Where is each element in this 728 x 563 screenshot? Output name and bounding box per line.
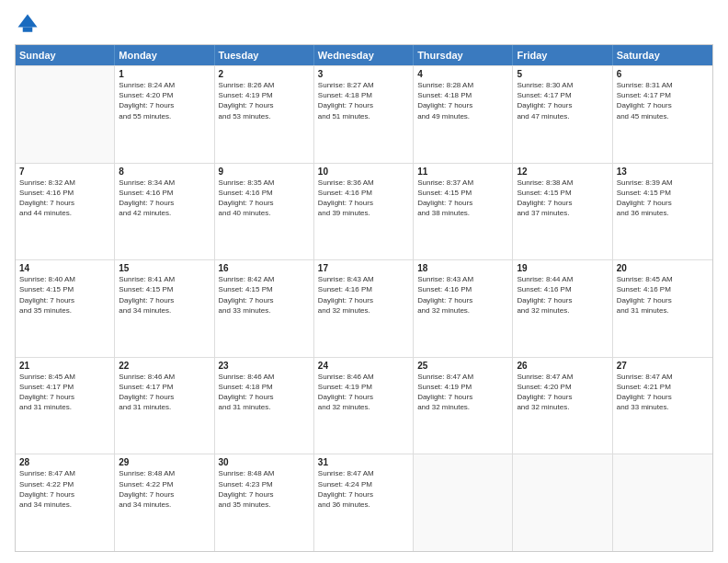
cell-text: Sunset: 4:17 PM (19, 382, 110, 392)
day-number: 29 (119, 457, 210, 467)
calendar-cell: 14Sunrise: 8:40 AMSunset: 4:15 PMDayligh… (16, 260, 115, 357)
cell-text: Sunset: 4:18 PM (417, 90, 508, 100)
calendar-cell: 6Sunrise: 8:31 AMSunset: 4:17 PMDaylight… (613, 66, 712, 163)
day-number: 11 (417, 167, 508, 177)
day-number: 22 (119, 361, 210, 371)
cell-text: Sunrise: 8:32 AM (19, 178, 110, 188)
calendar-cell: 13Sunrise: 8:39 AMSunset: 4:15 PMDayligh… (613, 164, 712, 260)
day-number: 27 (617, 361, 709, 371)
cell-text: Daylight: 7 hours (19, 198, 110, 208)
cell-text: Daylight: 7 hours (119, 392, 210, 402)
cell-text: Sunrise: 8:35 AM (219, 178, 310, 188)
cell-text: Sunrise: 8:28 AM (417, 80, 508, 90)
calendar-cell: 12Sunrise: 8:38 AMSunset: 4:15 PMDayligh… (513, 164, 612, 260)
cell-text: and 34 minutes. (119, 305, 210, 316)
cell-text: Sunset: 4:15 PM (119, 284, 210, 294)
cell-text: Sunrise: 8:46 AM (119, 372, 210, 382)
calendar-cell: 20Sunrise: 8:45 AMSunset: 4:16 PMDayligh… (613, 260, 712, 357)
day-number: 5 (517, 69, 608, 79)
day-number: 7 (19, 167, 110, 177)
cell-text: Sunrise: 8:45 AM (617, 274, 709, 284)
svg-rect-1 (23, 28, 33, 32)
calendar-row: 7Sunrise: 8:32 AMSunset: 4:16 PMDaylight… (16, 163, 712, 260)
day-number: 18 (417, 263, 508, 273)
day-number: 14 (19, 263, 110, 273)
cell-text: Daylight: 7 hours (19, 489, 110, 500)
day-number: 25 (417, 361, 508, 371)
cell-text: Sunset: 4:24 PM (318, 479, 409, 489)
cell-text: and 42 minutes. (119, 208, 210, 218)
cell-text: Daylight: 7 hours (318, 295, 409, 305)
day-number: 28 (19, 457, 110, 467)
cell-text: and 33 minutes. (219, 305, 310, 316)
cell-text: Sunset: 4:15 PM (517, 188, 608, 198)
cell-text: Sunrise: 8:44 AM (517, 274, 608, 284)
day-number: 13 (617, 167, 709, 177)
cell-text: and 39 minutes. (318, 208, 409, 218)
day-number: 21 (19, 361, 110, 371)
cell-text: and 47 minutes. (517, 111, 608, 121)
cell-text: and 51 minutes. (318, 111, 409, 121)
calendar-cell: 10Sunrise: 8:36 AMSunset: 4:16 PMDayligh… (314, 164, 414, 260)
cell-text: and 49 minutes. (417, 111, 508, 121)
cell-text: and 31 minutes. (119, 402, 210, 412)
cell-text: Sunrise: 8:31 AM (617, 80, 709, 90)
cell-text: Sunset: 4:19 PM (219, 90, 310, 100)
day-number: 12 (517, 167, 608, 177)
cell-text: Sunset: 4:17 PM (617, 90, 709, 100)
cell-text: and 32 minutes. (417, 402, 508, 412)
cell-text: and 32 minutes. (517, 305, 608, 316)
cell-text: Sunset: 4:16 PM (417, 284, 508, 294)
cell-text: Daylight: 7 hours (417, 100, 508, 110)
cell-text: Sunrise: 8:47 AM (517, 372, 608, 382)
cell-text: and 53 minutes. (219, 111, 310, 121)
cell-text: Daylight: 7 hours (617, 100, 709, 110)
cell-text: and 34 minutes. (119, 500, 210, 510)
day-number: 30 (219, 457, 310, 467)
calendar-header-cell: Monday (115, 45, 214, 65)
cell-text: Sunrise: 8:39 AM (617, 178, 709, 188)
cell-text: Daylight: 7 hours (19, 295, 110, 305)
cell-text: Daylight: 7 hours (119, 295, 210, 305)
cell-text: Sunset: 4:16 PM (617, 284, 709, 294)
calendar-row: 21Sunrise: 8:45 AMSunset: 4:17 PMDayligh… (16, 357, 712, 454)
day-number: 31 (318, 457, 409, 467)
cell-text: Sunrise: 8:47 AM (417, 372, 508, 382)
calendar-header-cell: Tuesday (215, 45, 314, 65)
cell-text: Daylight: 7 hours (219, 100, 310, 110)
day-number: 15 (119, 263, 210, 273)
calendar-cell: 21Sunrise: 8:45 AMSunset: 4:17 PMDayligh… (16, 358, 115, 454)
cell-text: and 32 minutes. (417, 305, 508, 316)
day-number: 1 (119, 69, 210, 79)
cell-text: Sunset: 4:19 PM (417, 382, 508, 392)
calendar-cell: 2Sunrise: 8:26 AMSunset: 4:19 PMDaylight… (215, 66, 314, 163)
cell-text: and 36 minutes. (617, 208, 709, 218)
cell-text: and 34 minutes. (19, 500, 110, 510)
cell-text: and 45 minutes. (617, 111, 709, 121)
calendar-cell: 25Sunrise: 8:47 AMSunset: 4:19 PMDayligh… (414, 358, 513, 454)
cell-text: Sunrise: 8:34 AM (119, 178, 210, 188)
cell-text: Sunset: 4:22 PM (19, 479, 110, 489)
cell-text: Daylight: 7 hours (119, 489, 210, 500)
cell-text: and 40 minutes. (219, 208, 310, 218)
calendar-cell: 31Sunrise: 8:47 AMSunset: 4:24 PMDayligh… (314, 454, 414, 551)
svg-marker-0 (18, 15, 38, 28)
cell-text: Sunset: 4:18 PM (318, 90, 409, 100)
cell-text: Sunset: 4:17 PM (119, 382, 210, 392)
day-number: 26 (517, 361, 608, 371)
cell-text: Sunrise: 8:43 AM (318, 274, 409, 284)
cell-text: Sunset: 4:16 PM (318, 284, 409, 294)
calendar-cell (16, 66, 115, 163)
cell-text: Sunrise: 8:48 AM (119, 468, 210, 478)
calendar-cell: 17Sunrise: 8:43 AMSunset: 4:16 PMDayligh… (314, 260, 414, 357)
cell-text: Sunrise: 8:41 AM (119, 274, 210, 284)
day-number: 19 (517, 263, 608, 273)
cell-text: Sunrise: 8:37 AM (417, 178, 508, 188)
cell-text: and 32 minutes. (318, 402, 409, 412)
calendar-header-cell: Sunday (16, 45, 115, 65)
calendar-cell: 4Sunrise: 8:28 AMSunset: 4:18 PMDaylight… (414, 66, 513, 163)
cell-text: Sunset: 4:15 PM (19, 284, 110, 294)
cell-text: Sunrise: 8:38 AM (517, 178, 608, 188)
calendar-cell: 16Sunrise: 8:42 AMSunset: 4:15 PMDayligh… (215, 260, 314, 357)
cell-text: Sunset: 4:20 PM (119, 90, 210, 100)
